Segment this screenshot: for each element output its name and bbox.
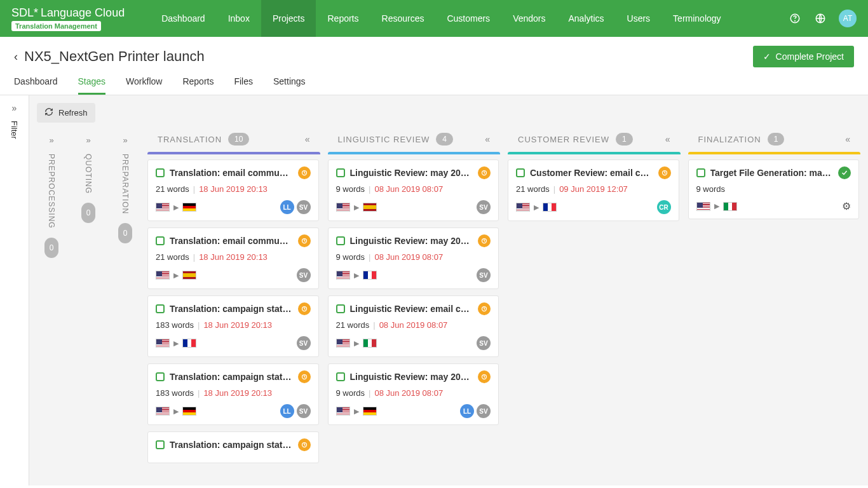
card-meta: 9 words | 08 Jun 2019 08:07 xyxy=(336,252,491,262)
nav-analytics[interactable]: Analytics xyxy=(557,0,616,37)
checkbox-icon[interactable] xyxy=(156,440,165,449)
collapsed-column-preprocessing[interactable]: » PREPROCESSING 0 xyxy=(37,130,66,482)
checkbox-icon[interactable] xyxy=(336,372,345,381)
assignee-chip[interactable]: SV xyxy=(477,268,491,282)
arrow-icon: ▶ xyxy=(173,271,179,280)
collapsed-column-title: PREPARATION xyxy=(121,154,130,214)
checkbox-icon[interactable] xyxy=(156,372,165,381)
nav-projects[interactable]: Projects xyxy=(261,0,316,37)
nav-inbox[interactable]: Inbox xyxy=(217,0,261,37)
subtab-dashboard[interactable]: Dashboard xyxy=(14,76,58,95)
checkbox-icon[interactable] xyxy=(336,304,345,313)
checkbox-icon[interactable] xyxy=(156,304,165,313)
checkbox-icon[interactable] xyxy=(336,236,345,245)
subtab-stages[interactable]: Stages xyxy=(78,76,106,95)
assignee-chip[interactable]: CR xyxy=(657,200,671,214)
assignee-chip[interactable]: SV xyxy=(297,336,311,350)
refresh-button[interactable]: Refresh xyxy=(37,103,95,123)
assignee-chip[interactable]: SV xyxy=(297,404,311,418)
status-icon xyxy=(298,438,311,451)
assignees: ⚙ xyxy=(842,200,851,212)
target-flag-icon xyxy=(543,203,557,212)
card-title: Translation: campaign stats.... xyxy=(170,372,293,382)
help-icon[interactable] xyxy=(788,11,802,25)
assignee-chip[interactable]: SV xyxy=(297,268,311,282)
task-card[interactable]: Translation: campaign stats.... 183 word… xyxy=(147,363,319,425)
refresh-icon xyxy=(44,107,53,118)
nav-dashboard[interactable]: Dashboard xyxy=(150,0,217,37)
expand-column-icon[interactable]: » xyxy=(123,135,127,145)
card-words: 9 words xyxy=(696,184,726,194)
expand-filter-icon[interactable]: » xyxy=(12,103,17,113)
card-meta: 21 words | 18 Jun 2019 20:13 xyxy=(156,252,311,262)
assignee-chip[interactable]: LL xyxy=(460,404,474,418)
collapse-column-icon[interactable]: « xyxy=(485,134,490,144)
user-avatar[interactable]: AT xyxy=(839,10,857,27)
assignees: SV xyxy=(477,336,491,350)
assignees: LLSV xyxy=(460,404,491,418)
assignee-chip[interactable]: SV xyxy=(477,200,491,214)
top-nav: SDL* Language Cloud Translation Manageme… xyxy=(0,0,868,37)
subtab-settings[interactable]: Settings xyxy=(273,76,306,95)
globe-icon[interactable] xyxy=(813,11,827,25)
task-card[interactable]: Translation: email communi... 21 words |… xyxy=(147,159,319,221)
collapsed-column-preparation[interactable]: » PREPARATION 0 xyxy=(111,130,140,482)
subtab-workflow[interactable]: Workflow xyxy=(126,76,162,95)
task-card[interactable]: Customer Review: email comm... 21 words … xyxy=(508,159,679,221)
task-card[interactable]: Linguistic Review: may 2019 ca... 9 word… xyxy=(328,159,499,221)
task-card[interactable]: Translation: email communi... 21 words |… xyxy=(147,227,319,289)
logo-product: Language Cloud xyxy=(41,6,125,20)
nav-terminology[interactable]: Terminology xyxy=(661,0,732,37)
complete-project-button[interactable]: ✓ Complete Project xyxy=(753,46,854,67)
task-card[interactable]: Linguistic Review: may 2019 ca... 9 word… xyxy=(328,227,499,289)
checkbox-icon[interactable] xyxy=(156,168,165,177)
subtab-reports[interactable]: Reports xyxy=(182,76,214,95)
card-title: Translation: campaign stats.... xyxy=(170,440,293,450)
card-list: Customer Review: email comm... 21 words … xyxy=(508,159,681,482)
column-header: FINALIZATION 1 « xyxy=(688,130,861,152)
task-card[interactable]: Translation: campaign stats.... 183 word… xyxy=(147,295,319,357)
task-card[interactable]: Linguistic Review: may 2019 ca... 9 word… xyxy=(328,363,499,425)
nav-users[interactable]: Users xyxy=(616,0,662,37)
checkbox-icon[interactable] xyxy=(336,168,345,177)
card-title: Translation: email communi... xyxy=(170,168,293,178)
subtab-files[interactable]: Files xyxy=(234,76,253,95)
collapse-column-icon[interactable]: « xyxy=(845,134,850,144)
assignee-chip[interactable]: LL xyxy=(280,200,294,214)
assignee-chip[interactable]: SV xyxy=(477,404,491,418)
nav-resources[interactable]: Resources xyxy=(370,0,436,37)
task-card[interactable]: Translation: campaign stats.... xyxy=(147,431,319,463)
logo-sub: Translation Management xyxy=(11,21,101,31)
nav-reports[interactable]: Reports xyxy=(316,0,370,37)
assignee-chip[interactable]: SV xyxy=(477,336,491,350)
assignee-chip[interactable]: LL xyxy=(280,404,294,418)
collapsed-column-count: 0 xyxy=(118,223,132,243)
checkbox-icon[interactable] xyxy=(696,168,705,177)
status-icon xyxy=(658,166,671,179)
assignee-chip[interactable]: SV xyxy=(297,200,311,214)
card-meta: 183 words | 18 Jun 2019 20:13 xyxy=(156,388,311,398)
filter-rail[interactable]: » Filter xyxy=(0,95,29,485)
task-card[interactable]: Linguistic Review: email comm... 21 word… xyxy=(328,295,499,357)
card-bottom: ▶ LLSV xyxy=(336,404,491,418)
checkbox-icon[interactable] xyxy=(516,168,525,177)
collapse-column-icon[interactable]: « xyxy=(305,134,310,144)
logo: SDL* Language Cloud Translation Manageme… xyxy=(11,6,125,31)
gear-icon[interactable]: ⚙ xyxy=(842,200,851,212)
expand-column-icon[interactable]: » xyxy=(49,135,53,145)
card-meta: 183 words | 18 Jun 2019 20:13 xyxy=(156,320,311,330)
nav-vendors[interactable]: Vendors xyxy=(501,0,557,37)
back-icon[interactable]: ‹ xyxy=(14,50,18,64)
task-card[interactable]: Target File Generation: may 20... 9 word… xyxy=(688,159,860,219)
collapse-column-icon[interactable]: « xyxy=(665,134,670,144)
nav-items: DashboardInboxProjectsReportsResourcesCu… xyxy=(150,0,732,37)
filter-label: Filter xyxy=(10,121,19,139)
status-icon xyxy=(298,166,311,179)
nav-customers[interactable]: Customers xyxy=(435,0,501,37)
expand-column-icon[interactable]: » xyxy=(86,135,90,145)
status-icon xyxy=(478,370,491,383)
source-flag-icon xyxy=(516,203,530,212)
checkbox-icon[interactable] xyxy=(156,236,165,245)
collapsed-column-quoting[interactable]: » QUOTING 0 xyxy=(74,130,103,482)
status-icon xyxy=(298,370,311,383)
